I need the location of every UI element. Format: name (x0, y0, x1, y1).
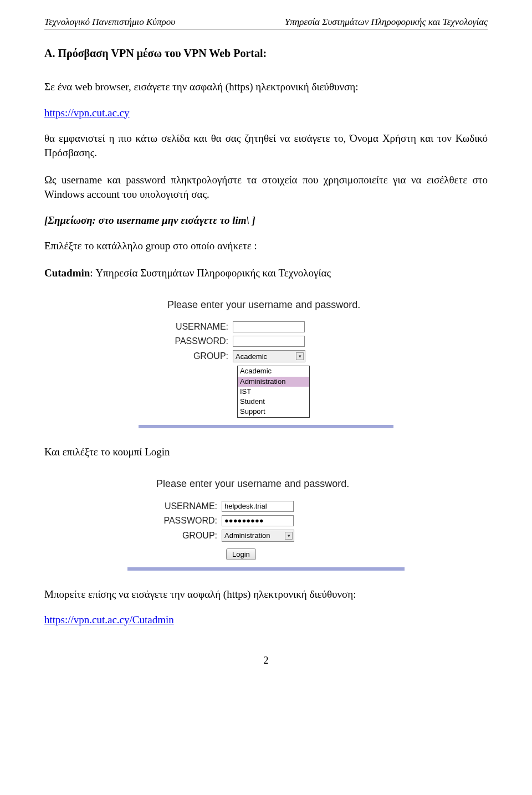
form1-option-ist[interactable]: IST (238, 387, 309, 397)
form1-password-label: PASSWORD: (166, 336, 233, 346)
form2-password-input[interactable] (222, 515, 294, 526)
form2-username-input[interactable] (222, 501, 294, 512)
form1-option-support[interactable]: Support (238, 407, 309, 417)
form1-group-row: GROUP: Academic ▾ (166, 350, 383, 362)
header-left: Τεχνολογικό Πανεπιστήμιο Κύπρου (44, 17, 175, 28)
page-header: Τεχνολογικό Πανεπιστήμιο Κύπρου Υπηρεσία… (44, 17, 488, 29)
cutadmin-label: Cutadmin (44, 267, 90, 279)
form2-username-label: USERNAME: (155, 501, 222, 511)
page-number: 2 (44, 655, 488, 666)
form1-prompt: Please enter your username and password. (166, 298, 383, 311)
form2-username-row: USERNAME: (155, 501, 395, 512)
login-form-figure-1: Please enter your username and password.… (139, 293, 393, 428)
document-page: Τεχνολογικό Πανεπιστήμιο Κύπρου Υπηρεσία… (0, 0, 532, 678)
paragraph-6: Και επιλέξτε το κουμπί Login (44, 445, 488, 460)
paragraph-5: Cutadmin: Υπηρεσία Συστημάτων Πληροφορικ… (44, 266, 488, 281)
login-form-figure-2: Please enter your username and password.… (127, 471, 405, 570)
form2-group-label: GROUP: (155, 531, 222, 541)
form1-option-administration[interactable]: Administration (238, 377, 309, 387)
form2-group-row: GROUP: Administration ▾ (155, 530, 395, 542)
form1-group-selected: Academic (236, 352, 267, 361)
form1-option-student[interactable]: Student (238, 397, 309, 407)
form1-option-academic[interactable]: Academic (238, 366, 309, 376)
paragraph-2: θα εμφανιστεί η πιο κάτω σελίδα και θα σ… (44, 131, 488, 161)
paragraph-intro: Σε ένα web browser, εισάγετε την ασφαλή … (44, 80, 488, 95)
paragraph-7: Μπορείτε επίσης να εισάγετε την ασφαλή (… (44, 587, 488, 602)
form1-username-label: USERNAME: (166, 322, 233, 332)
vpn-url-link[interactable]: https://vpn.cut.ac.cy (44, 107, 130, 119)
form2-password-row: PASSWORD: (155, 515, 395, 526)
paragraph-4: Επιλέξτε το κατάλληλο group στο οποίο αν… (44, 239, 488, 254)
login-button[interactable]: Login (226, 548, 256, 560)
form1-username-row: USERNAME: (166, 321, 383, 332)
paragraph-3: Ως username και password πληκτρολογήστε … (44, 173, 488, 202)
form1-group-label: GROUP: (166, 351, 233, 361)
form2-group-select[interactable]: Administration ▾ (222, 530, 294, 542)
form1-username-input[interactable] (233, 321, 305, 332)
form2-prompt: Please enter your username and password. (155, 477, 395, 490)
form1-group-listbox[interactable]: Academic Administration IST Student Supp… (237, 366, 310, 417)
form1-group-select[interactable]: Academic ▾ (233, 350, 305, 362)
chevron-down-icon: ▾ (296, 352, 304, 360)
chevron-down-icon: ▾ (285, 532, 293, 540)
form2-password-label: PASSWORD: (155, 516, 222, 526)
vpn-cutadmin-link[interactable]: https://vpn.cut.ac.cy/Cutadmin (44, 614, 174, 626)
form2-group-selected: Administration (224, 531, 270, 540)
form1-password-row: PASSWORD: (166, 336, 383, 347)
note-paragraph: [Σημείωση: στο username μην εισάγετε το … (44, 214, 488, 227)
form1-password-input[interactable] (233, 336, 305, 347)
cutadmin-desc: : Υπηρεσία Συστημάτων Πληροφορικής και Τ… (90, 267, 331, 279)
section-heading: Α. Πρόσβαση VPN μέσω του VPN Web Portal: (44, 47, 488, 60)
header-right: Υπηρεσία Συστημάτων Πληροφορικής και Τεχ… (285, 17, 488, 28)
